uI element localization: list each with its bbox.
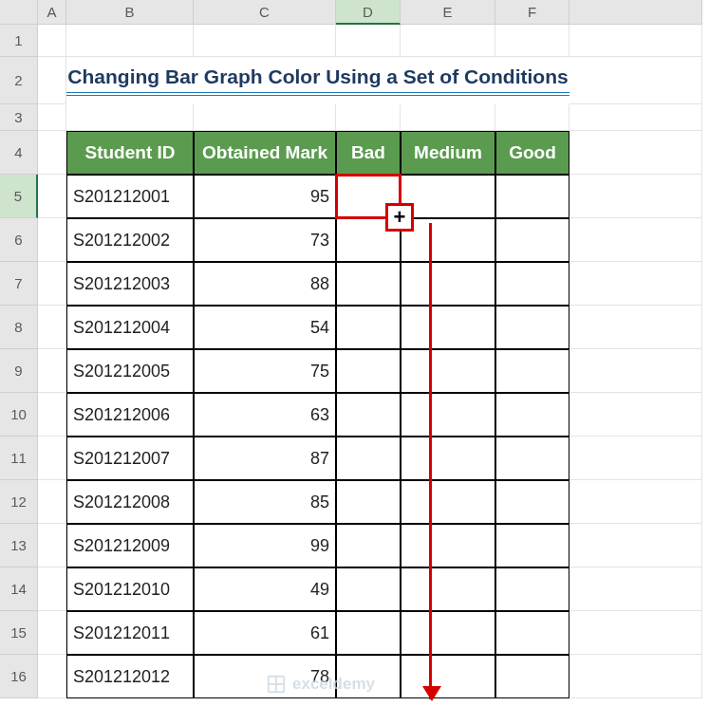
cell-blank[interactable]: [569, 437, 702, 480]
cell-blank[interactable]: [495, 104, 569, 131]
cell-medium[interactable]: [401, 349, 495, 393]
cell-blank[interactable]: [194, 25, 336, 57]
cell-obtained-mark[interactable]: 88: [194, 262, 336, 306]
header-medium[interactable]: Medium: [401, 131, 495, 175]
cell-blank[interactable]: [569, 524, 702, 567]
cell-medium[interactable]: [401, 306, 495, 349]
cell-medium[interactable]: [401, 655, 495, 698]
cell-bad[interactable]: [336, 611, 401, 655]
cell-blank[interactable]: [569, 175, 702, 218]
cell-medium[interactable]: [401, 218, 495, 262]
row-header-15[interactable]: 15: [0, 611, 38, 655]
cell-obtained-mark[interactable]: 95: [194, 175, 336, 218]
title-cell[interactable]: Changing Bar Graph Color Using a Set of …: [66, 57, 569, 104]
header-obtained-mark[interactable]: Obtained Mark: [194, 131, 336, 175]
row-header-13[interactable]: 13: [0, 524, 38, 567]
cell-obtained-mark[interactable]: 75: [194, 349, 336, 393]
row-header-14[interactable]: 14: [0, 567, 38, 611]
cell-A12[interactable]: [38, 480, 66, 524]
cell-student-id[interactable]: S201212007: [66, 437, 194, 480]
cell-blank[interactable]: [569, 25, 702, 57]
cell-student-id[interactable]: S201212010: [66, 567, 194, 611]
cell-blank[interactable]: [569, 349, 702, 393]
cell-good[interactable]: [495, 567, 569, 611]
cell-student-id[interactable]: S201212001: [66, 175, 194, 218]
cell-bad[interactable]: [336, 437, 401, 480]
cell-medium[interactable]: [401, 262, 495, 306]
cell-A14[interactable]: [38, 567, 66, 611]
cell-bad[interactable]: [336, 393, 401, 437]
row-header-16[interactable]: 16: [0, 655, 38, 698]
cell-good[interactable]: [495, 480, 569, 524]
row-header-5[interactable]: 5: [0, 175, 38, 218]
header-student-id[interactable]: Student ID: [66, 131, 194, 175]
cell-blank[interactable]: [569, 567, 702, 611]
cell-bad[interactable]: [336, 567, 401, 611]
cell-good[interactable]: [495, 306, 569, 349]
cell-obtained-mark[interactable]: 87: [194, 437, 336, 480]
cell-student-id[interactable]: S201212009: [66, 524, 194, 567]
row-header-1[interactable]: 1: [0, 25, 38, 57]
cell-blank[interactable]: [569, 393, 702, 437]
cell-A6[interactable]: [38, 218, 66, 262]
cell-good[interactable]: [495, 393, 569, 437]
cell-blank[interactable]: [401, 104, 495, 131]
cell-bad[interactable]: [336, 524, 401, 567]
row-header-8[interactable]: 8: [0, 306, 38, 349]
row-header-11[interactable]: 11: [0, 437, 38, 480]
cell-good[interactable]: [495, 218, 569, 262]
cell-blank[interactable]: [569, 104, 702, 131]
cell-bad[interactable]: [336, 480, 401, 524]
cell-blank[interactable]: [569, 480, 702, 524]
cell-medium[interactable]: [401, 611, 495, 655]
row-header-6[interactable]: 6: [0, 218, 38, 262]
cell-medium[interactable]: [401, 393, 495, 437]
cell-A7[interactable]: [38, 262, 66, 306]
cell-obtained-mark[interactable]: 73: [194, 218, 336, 262]
cell-blank[interactable]: [495, 25, 569, 57]
cell-A10[interactable]: [38, 393, 66, 437]
cell-A11[interactable]: [38, 437, 66, 480]
cell-A9[interactable]: [38, 349, 66, 393]
cell-bad[interactable]: [336, 262, 401, 306]
cell-A13[interactable]: [38, 524, 66, 567]
cell-blank[interactable]: [569, 57, 702, 104]
column-header-A[interactable]: A: [38, 0, 66, 25]
cell-blank[interactable]: [401, 25, 495, 57]
header-bad[interactable]: Bad: [336, 131, 401, 175]
cell-blank[interactable]: [336, 25, 401, 57]
row-header-3[interactable]: 3: [0, 104, 38, 131]
cell-obtained-mark[interactable]: 99: [194, 524, 336, 567]
cell-blank[interactable]: [569, 218, 702, 262]
column-header-C[interactable]: C: [194, 0, 336, 25]
cell-blank[interactable]: [569, 655, 702, 698]
cell-D5-selected[interactable]: +: [336, 175, 401, 218]
cell-medium[interactable]: [401, 175, 495, 218]
cell-A16[interactable]: [38, 655, 66, 698]
row-header-2[interactable]: 2: [0, 57, 38, 104]
cell-obtained-mark[interactable]: 85: [194, 480, 336, 524]
cell-obtained-mark[interactable]: 54: [194, 306, 336, 349]
cell-student-id[interactable]: S201212008: [66, 480, 194, 524]
cell-medium[interactable]: [401, 437, 495, 480]
cell-good[interactable]: [495, 349, 569, 393]
cell-obtained-mark[interactable]: 63: [194, 393, 336, 437]
cell-A15[interactable]: [38, 611, 66, 655]
row-header-7[interactable]: 7: [0, 262, 38, 306]
cell-blank[interactable]: [194, 104, 336, 131]
cell-student-id[interactable]: S201212003: [66, 262, 194, 306]
cell-blank[interactable]: [336, 104, 401, 131]
cell-blank[interactable]: [569, 306, 702, 349]
cell-blank[interactable]: [66, 25, 194, 57]
column-header-D[interactable]: D: [336, 0, 401, 25]
cell-medium[interactable]: [401, 524, 495, 567]
cell-student-id[interactable]: S201212012: [66, 655, 194, 698]
cell-good[interactable]: [495, 262, 569, 306]
cell-bad[interactable]: [336, 349, 401, 393]
cell-A2[interactable]: [38, 57, 66, 104]
row-header-10[interactable]: 10: [0, 393, 38, 437]
cell-blank[interactable]: [66, 104, 194, 131]
cell-blank[interactable]: [569, 262, 702, 306]
cell-good[interactable]: [495, 175, 569, 218]
cell-student-id[interactable]: S201212006: [66, 393, 194, 437]
